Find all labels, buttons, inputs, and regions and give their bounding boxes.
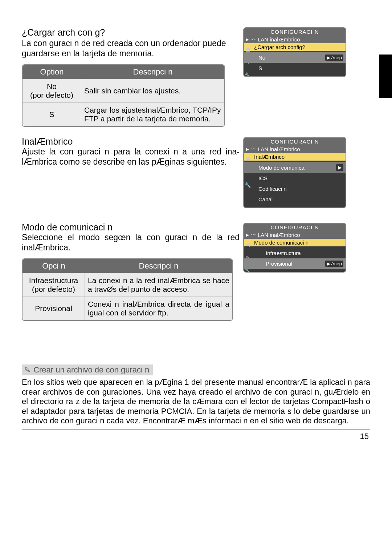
opt-infra: Infraestructura (por defecto) (23, 273, 85, 297)
section1-para: La con guraci n de red creada con un ord… (22, 39, 240, 59)
screen-panel-modo: CONFIGURACI N ▶ 〰 LAN inalÆmbrico Modo d… (243, 223, 346, 273)
panel1-opt-no[interactable]: No ▶Acep (244, 52, 346, 63)
section2-text: InalÆmbrico Ajuste la con guraci n para … (22, 130, 240, 173)
section1-text: ¿Cargar arch con g? La con guraci n de r… (22, 27, 240, 127)
screen-panel-inalambrico: CONFIGURACI N ▶ 〰 LAN inalÆmbrico InalÆm… (243, 137, 346, 208)
wifi-icon: 〰 (251, 147, 256, 152)
panel1-title: CONFIGURACI N (244, 28, 346, 36)
opt-prov: Provisional (23, 297, 85, 320)
camera-icon: ▣ (245, 46, 250, 52)
section3-heading: Modo de comunicaci n (22, 222, 240, 233)
panel1-sub: ▶ 〰 LAN inalÆmbrico (244, 36, 346, 43)
panel1-selected: ¿Cargar arch config? (244, 43, 346, 51)
panel3-opt-prov-label: Provisional (266, 261, 292, 267)
panel3-opt-infra-label: Infraestructura (266, 250, 301, 256)
play-icon: ▶ (246, 233, 249, 237)
opt-no-label: No (por defecto) (30, 82, 73, 99)
section2-para: Ajuste la con guraci n para la conexi n … (22, 147, 240, 167)
camera-icon: ▣ (245, 242, 250, 247)
panel2-selected: InalÆmbrico (244, 153, 346, 161)
panel2-item0: Modo de comunica (258, 165, 305, 171)
pencil-icon: ✎ (23, 365, 31, 375)
panel3-sub-label: LAN inalÆmbrico (258, 232, 300, 238)
panel2-opt-ics[interactable]: ICS (244, 173, 346, 184)
divider (22, 429, 370, 430)
wifi-icon: 〰 (251, 37, 256, 42)
section3-text: Modo de comunicaci n Seleccione el modo … (22, 215, 240, 321)
th-option2: Opci n (23, 259, 85, 273)
panel2-opt-modo[interactable]: Modo de comunica ▶ (244, 162, 346, 173)
accept-button[interactable]: ▶Acep (325, 261, 343, 267)
th-desc2: Descripci n (85, 259, 232, 273)
opt-no-desc: Salir sin cambiar los ajustes. (81, 79, 224, 102)
opt-infra-label: Infraestructura (por defecto) (29, 276, 78, 293)
section-cargar: ¿Cargar arch con g? La con guraci n de r… (22, 27, 370, 127)
panel2-options: Modo de comunica ▶ ICS Codificaci n Cana… (244, 161, 346, 207)
panel3-sub: ▶ 〰 LAN inalÆmbrico (244, 231, 346, 239)
panel1-sub-label: LAN inalÆmbrico (258, 36, 300, 43)
footnote-title-label: Crear un archivo de con guraci n (33, 365, 149, 374)
play-icon: ▶ (246, 147, 249, 151)
opt-si: S (23, 102, 81, 126)
accept-label: Acep (331, 55, 342, 60)
panel1-opt-si[interactable]: S (244, 63, 346, 73)
screen-panel-cargar: CONFIGURACI N ▶ 〰 LAN inalÆmbrico ¿Carga… (243, 27, 346, 77)
panel1-options: No ▶Acep S (244, 51, 346, 76)
page-number: 15 (22, 432, 370, 441)
footnote-body: En los sitios web que aparecen en la pÆg… (22, 378, 370, 426)
section2-heading: InalÆmbrico (22, 136, 240, 147)
panel3-opt-prov[interactable]: Provisional ▶Acep (244, 258, 346, 269)
panel2-item3: Canal (258, 196, 273, 202)
section-inalambrico: InalÆmbrico Ajuste la con guraci n para … (22, 130, 370, 208)
panel2-opt-canal[interactable]: Canal (244, 194, 346, 205)
table-cargar: Option Descripci n No (por defecto) Sali… (22, 64, 225, 127)
panel3-title: CONFIGURACI N (244, 223, 346, 231)
panel3-opt-infra[interactable]: Infraestructura (244, 248, 346, 258)
opt-prov-desc: Conexi n inalÆmbrica directa de igual a … (85, 297, 232, 320)
panel2-item1: ICS (258, 175, 268, 181)
panel2-sub: ▶ 〰 LAN inalÆmbrico (244, 145, 346, 153)
panel2-title: CONFIGURACI N (244, 138, 346, 145)
panel1-opt-no-label: No (258, 55, 265, 61)
th-desc: Descripci n (81, 65, 224, 79)
panel3-selected: Modo de comunicaci n (244, 239, 346, 246)
opt-si-desc: Cargar los ajustesInalÆmbrico, TCP/IPy F… (81, 102, 224, 126)
panel2-opt-cod[interactable]: Codificaci n (244, 184, 346, 194)
accept-button[interactable]: ▶Acep (325, 55, 343, 61)
section1-heading: ¿Cargar arch con g? (22, 27, 240, 38)
opt-no: No (por defecto) (23, 79, 81, 102)
wifi-icon: 〰 (251, 233, 256, 238)
camera-icon: ▣ (245, 156, 250, 162)
arrow-icon: ▶ (336, 164, 343, 171)
opt-infra-desc: La conexi n a la red inalÆmbrica se hace… (85, 273, 232, 297)
section3-para: Seleccione el modo segœn la con guraci n… (22, 233, 240, 253)
panel2-item2: Codificaci n (258, 186, 287, 192)
page: ¿Cargar arch con g? La con guraci n de r… (0, 0, 392, 456)
accept-label: Acep (331, 261, 342, 266)
play-icon: ▶ (246, 37, 249, 41)
panel1-opt-si-label: S (258, 65, 262, 71)
section-modo: Modo de comunicaci n Seleccione el modo … (22, 215, 370, 321)
panel3-options: Infraestructura Provisional ▶Acep (244, 246, 346, 272)
panel2-sub-label: LAN inalÆmbrico (258, 146, 300, 152)
footnote: ✎ Crear un archivo de con guraci n En lo… (22, 364, 370, 426)
footnote-title: ✎ Crear un archivo de con guraci n (22, 364, 153, 375)
th-option: Option (23, 65, 81, 79)
table-modo: Opci n Descripci n Infraestructura (por … (22, 258, 233, 321)
side-tab (379, 55, 392, 98)
